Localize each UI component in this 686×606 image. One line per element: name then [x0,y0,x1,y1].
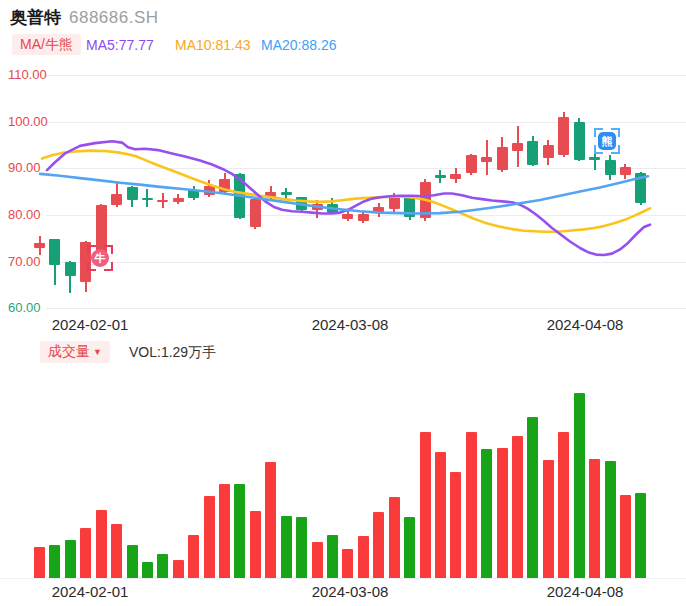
candle-body [420,182,431,218]
candle-body [481,157,492,162]
volume-bar [312,542,323,578]
candle-body [188,190,199,198]
gridline [46,168,686,169]
candle-body [234,174,245,217]
y-axis-label: 110.00 [8,67,47,83]
gridline [46,262,686,263]
volume-bar [450,472,461,578]
stock-code: 688686.SH [69,8,159,27]
candle-body [65,262,76,277]
volume-bar [234,484,245,578]
bear-signal-icon[interactable]: 熊 [594,128,620,154]
candle-body [558,117,569,155]
candle-body [389,195,400,209]
x-axis-label-price: 2024-04-08 [515,316,655,333]
candle-body [466,155,477,173]
candle-body [373,207,384,212]
volume-bar [34,547,45,578]
volume-bar [111,524,122,578]
volume-bar [589,459,600,578]
volume-bar [389,497,400,578]
volume-bar [204,496,215,578]
candle-body [157,200,168,202]
x-axis-label-volume: 2024-04-08 [515,583,655,600]
volume-value-label: VOL:1.29万手 [129,344,216,362]
candle-body [219,179,230,192]
volume-bar [620,495,631,578]
volume-bar [373,512,384,578]
candle-body [342,214,353,218]
stock-chart-page: 奥普特688686.SH MA/牛熊 MA5:77.77 MA10:81.43 … [0,0,686,606]
gridline [46,75,686,76]
volume-bar [157,554,168,578]
stock-name: 奥普特 [10,8,61,27]
x-axis-label-price: 2024-02-01 [20,316,160,333]
candle-body [142,198,153,200]
volume-bar [265,462,276,578]
candle-body [281,192,292,195]
candle-body [620,167,631,174]
candle-body [435,175,446,177]
volume-bar [250,511,261,578]
volume-bar [543,460,554,578]
volume-bar [497,448,508,578]
volume-bar [574,393,585,578]
bull-signal-icon[interactable]: 牛 [87,245,113,271]
candle-body [543,145,554,159]
candle-body [589,157,600,160]
volume-bar [481,449,492,578]
candle-body [34,243,45,248]
y-axis-label: 90.00 [8,160,41,176]
y-axis-label: 60.00 [8,300,41,316]
volume-bar [404,517,415,578]
candle-body [605,160,616,175]
volume-bar [49,545,60,578]
ma-legend: MA/牛熊 MA5:77.77 MA10:81.43 MA20:88.26 [0,34,686,56]
y-axis-label: 100.00 [8,114,48,130]
volume-bar [512,436,523,578]
candle-body [497,147,508,170]
ma-bull-bear-badge[interactable]: MA/牛熊 [12,34,81,55]
candle-body [404,197,415,218]
volume-baseline [0,578,686,579]
x-axis-label-volume: 2024-03-08 [280,583,420,600]
volume-bar [558,432,569,578]
gridline [46,308,686,309]
candle-body [450,174,461,179]
volume-dropdown-button[interactable]: 成交量▼ [40,341,110,363]
y-axis-label: 80.00 [8,207,41,223]
gridline [46,122,686,123]
volume-bar [466,432,477,578]
volume-bar [435,452,446,578]
candle-body [49,239,60,265]
volume-bar [173,560,184,578]
volume-bar [342,549,353,578]
candle-body [204,186,215,195]
y-axis-label: 70.00 [8,254,41,270]
candle-body [296,197,307,210]
bull-signal-glyph: 牛 [91,249,109,267]
volume-bar [358,536,369,578]
volume-header: 成交量▼ VOL:1.29万手 [0,341,686,363]
candle-body [111,194,122,205]
candle-body [250,199,261,227]
volume-bar [296,517,307,578]
candle-body [574,122,585,161]
candle-body [635,173,646,203]
volume-bar [420,432,431,578]
volume-bar [142,562,153,578]
candle-body [527,141,538,164]
ma20-value-label: MA20:88.26 [261,37,337,53]
candle-body [265,192,276,197]
volume-bar [96,510,107,578]
volume-bar [605,461,616,578]
bear-signal-glyph: 熊 [598,132,616,150]
volume-bar [127,545,138,578]
volume-bar [635,493,646,578]
candle-body [358,214,369,221]
volume-bar [65,540,76,578]
volume-bar [219,484,230,578]
candle-body [327,204,338,213]
candle-body [312,204,323,210]
page-title: 奥普特688686.SH [10,6,159,29]
